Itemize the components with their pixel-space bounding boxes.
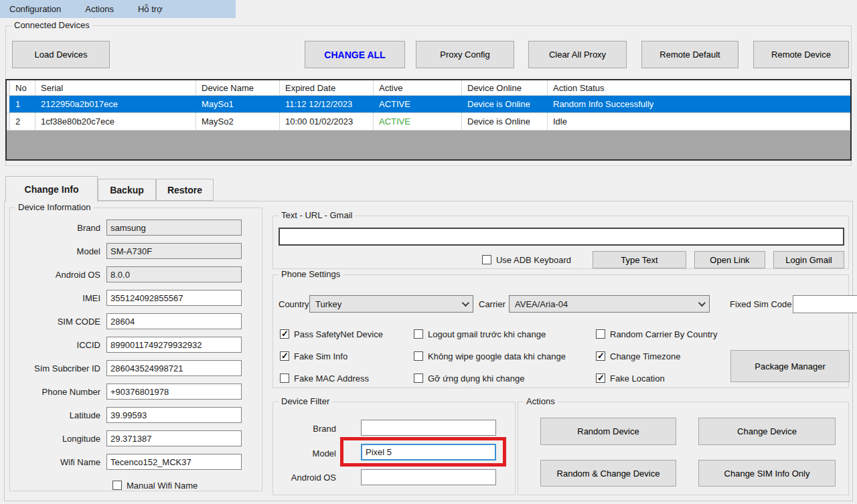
sim-code-label: SIM CODE (14, 317, 106, 327)
logout-gmail-checkbox[interactable]: Logout gmail trước khi change (414, 327, 596, 341)
menu-actions[interactable]: Actions (82, 1, 123, 17)
longitude-label: Longitude (14, 434, 106, 444)
col-header-no[interactable]: No (10, 80, 35, 96)
actions-group: Actions Random Device Change Device Rand… (518, 402, 849, 495)
brand-field[interactable] (106, 220, 242, 236)
sim-subcriber-id-field[interactable] (106, 360, 242, 376)
carrier-select[interactable]: AVEA/Aria-04 (509, 295, 710, 313)
latitude-label: Latitude (14, 410, 106, 420)
device-information-title: Device Information (15, 202, 93, 212)
text-url-gmail-input[interactable] (279, 228, 844, 246)
manual-wifi-name-checkbox[interactable]: Manual Wifi Name (112, 481, 198, 491)
load-devices-button[interactable]: Load Devices (12, 41, 110, 68)
checkbox-box[interactable] (414, 351, 423, 361)
filter-model-label: Model (308, 448, 336, 458)
sim-subcriber-id-label: Sím Subcriber ID (14, 363, 106, 373)
change-sim-info-only-button[interactable]: Change SIM Info Only (698, 460, 836, 487)
col-header-device-online[interactable]: Device Online (462, 80, 548, 96)
device-information-group: Device Information Brand Model Android O… (9, 207, 262, 491)
random-and-change-device-button[interactable]: Random & Change Device (540, 460, 676, 487)
use-adb-keyboard-checkbox[interactable]: Use ADB Keyboard (482, 255, 571, 265)
menu-ho-tro[interactable]: Hỗ trợ (135, 1, 172, 17)
filter-brand-label: Brand (308, 424, 336, 434)
country-label: Country (279, 299, 309, 309)
package-manager-button[interactable]: Package Manager (730, 350, 850, 382)
proxy-config-button[interactable]: Proxy Config (416, 41, 514, 68)
random-device-button[interactable]: Random Device (540, 418, 676, 445)
fake-mac-address-checkbox[interactable]: Fake MAC Address (280, 371, 414, 385)
pass-safetynet-checkbox[interactable]: Pass SafetyNet Device (280, 327, 414, 341)
change-all-button[interactable]: CHANGE ALL (305, 41, 405, 68)
checkbox-box[interactable] (482, 255, 491, 264)
status-badge: ACTIVE (374, 113, 462, 131)
col-header-active[interactable]: Active (374, 80, 462, 96)
change-device-button[interactable]: Change Device (698, 418, 836, 445)
change-timezone-checkbox[interactable]: Change Timezone (596, 349, 717, 363)
model-label: Model (14, 246, 106, 256)
tab-change-info[interactable]: Change Info (5, 176, 98, 201)
random-carrier-checkbox[interactable]: Random Carrier By Country (596, 327, 717, 341)
sim-code-field[interactable] (106, 313, 242, 329)
manual-wifi-name-label: Manual Wifi Name (127, 481, 198, 491)
col-header-action-status[interactable]: Action Status (548, 80, 850, 96)
menu-bar: Configuration Actions Hỗ trợ (0, 0, 236, 18)
red-annotation-box (340, 437, 506, 467)
remote-device-button[interactable]: Remote Device (753, 41, 849, 68)
country-select[interactable]: Turkey (309, 295, 473, 313)
fixed-sim-code-label: Fixed Sim Code (730, 299, 791, 309)
wifi-name-label: Wifi Name (14, 457, 106, 467)
go-ung-dung-checkbox[interactable]: Gỡ ứng dụng khi change (414, 371, 596, 385)
filter-android-os-input[interactable] (361, 469, 496, 485)
android-os-label: Android OS (14, 270, 106, 280)
table-row[interactable]: 2 1cf38e80b20c7ece MaySo2 10:00 01/02/20… (7, 113, 850, 131)
actions-title: Actions (524, 396, 558, 406)
table-row[interactable]: 1 2122950a2b017ece MaySo1 11:12 12/12/20… (7, 96, 850, 113)
col-header-expired-date[interactable]: Expired Date (280, 80, 374, 96)
iccid-field[interactable] (106, 337, 242, 353)
model-field[interactable] (106, 243, 242, 259)
status-badge: ACTIVE (374, 96, 462, 113)
fake-location-checkbox[interactable]: Fake Location (596, 371, 717, 385)
type-text-button[interactable]: Type Text (593, 251, 686, 268)
checkbox-box[interactable] (280, 373, 289, 383)
checkbox-box[interactable] (596, 329, 605, 339)
checkbox-box[interactable] (596, 351, 605, 361)
filter-android-os-label: Android OS (289, 473, 336, 483)
text-url-gmail-title: Text - URL - Gmail (279, 210, 355, 220)
checkbox-box[interactable] (280, 329, 289, 339)
carrier-label: Carrier (479, 299, 505, 309)
checkbox-box[interactable] (414, 329, 423, 339)
clear-all-proxy-button[interactable]: Clear All Proxy (528, 41, 627, 68)
android-os-field[interactable] (106, 266, 242, 282)
chevron-down-icon (462, 299, 469, 307)
col-header-device-name[interactable]: Device Name (196, 80, 280, 96)
tab-restore[interactable]: Restore (156, 179, 214, 201)
imei-field[interactable] (106, 290, 242, 306)
checkbox-box[interactable] (112, 481, 122, 490)
longitude-field[interactable] (106, 430, 242, 446)
fake-sim-info-checkbox[interactable]: Fake Sim Info (280, 349, 414, 363)
device-filter-title: Device Filter (279, 396, 332, 406)
checkbox-box[interactable] (280, 351, 289, 361)
fixed-sim-code-input[interactable] (793, 295, 857, 313)
brand-label: Brand (14, 223, 106, 233)
latitude-field[interactable] (106, 407, 242, 423)
devices-table-header: No Serial Device Name Expired Date Activ… (7, 80, 850, 96)
phone-number-field[interactable] (106, 384, 242, 400)
connected-devices-title: Connected Devices (11, 20, 92, 30)
khong-wipe-google-checkbox[interactable]: Không wipe google data khi change (414, 349, 596, 363)
use-adb-keyboard-label: Use ADB Keyboard (496, 255, 571, 265)
text-url-gmail-group: Text - URL - Gmail Use ADB Keyboard Type… (272, 216, 849, 269)
menu-configuration[interactable]: Configuration (7, 1, 70, 17)
remote-default-button[interactable]: Remote Default (641, 41, 738, 68)
filter-brand-input[interactable] (361, 420, 496, 436)
chevron-down-icon (698, 299, 706, 307)
checkbox-box[interactable] (414, 373, 423, 383)
tab-backup[interactable]: Backup (98, 179, 156, 201)
checkbox-box[interactable] (596, 373, 605, 383)
phone-number-label: Phone Number (14, 387, 106, 397)
wifi-name-field[interactable] (106, 454, 242, 470)
col-header-serial[interactable]: Serial (35, 80, 196, 96)
login-gmail-button[interactable]: Login Gmail (773, 251, 844, 268)
open-link-button[interactable]: Open Link (694, 251, 765, 268)
